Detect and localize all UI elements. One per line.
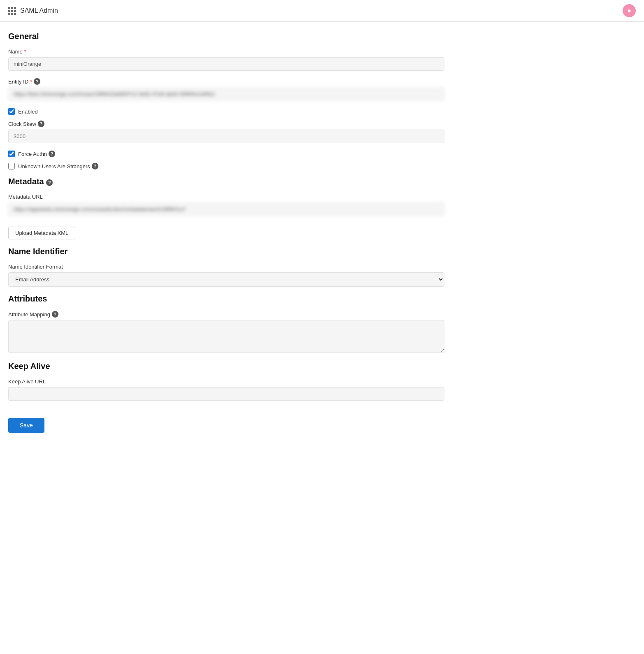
keep-alive-section-title: Keep Alive bbox=[8, 362, 444, 371]
clock-skew-help-icon[interactable]: ? bbox=[38, 121, 44, 127]
clock-skew-input[interactable] bbox=[8, 130, 444, 143]
main-content: General Name * Entity ID * ? Enabled bbox=[0, 22, 453, 443]
keep-alive-url-input[interactable] bbox=[8, 387, 444, 401]
attribute-mapping-group: Attribute Mapping ? bbox=[8, 311, 444, 354]
name-identifier-section: Name Identifier Name Identifier Format E… bbox=[8, 247, 444, 287]
clock-skew-label: Clock Skew ? bbox=[8, 121, 444, 127]
apps-grid-icon[interactable] bbox=[8, 7, 16, 15]
enabled-label[interactable]: Enabled bbox=[18, 109, 38, 115]
metadata-section: Metadata ? Metadata URL Upload Metadata … bbox=[8, 177, 444, 239]
name-field-group: Name * bbox=[8, 49, 444, 71]
name-identifier-format-label: Name Identifier Format bbox=[8, 264, 444, 270]
top-bar-left: SAML Admin bbox=[8, 7, 58, 15]
name-identifier-format-select[interactable]: Email Address Persistent Transient Unspe… bbox=[8, 272, 444, 287]
general-section: General Name * Entity ID * ? Enabled bbox=[8, 32, 444, 169]
attribute-mapping-label: Attribute Mapping ? bbox=[8, 311, 444, 318]
enabled-checkbox-group: Enabled bbox=[8, 108, 444, 115]
force-authn-checkbox-group: Force Authn ? bbox=[8, 151, 444, 157]
attributes-section-title: Attributes bbox=[8, 294, 444, 304]
metadata-section-title: Metadata ? bbox=[8, 177, 444, 186]
top-bar: SAML Admin ● bbox=[0, 0, 644, 22]
force-authn-label[interactable]: Force Authn ? bbox=[18, 151, 55, 157]
app-title: SAML Admin bbox=[20, 7, 58, 14]
force-authn-checkbox[interactable] bbox=[8, 151, 15, 157]
unknown-users-checkbox[interactable] bbox=[8, 163, 15, 169]
name-input[interactable] bbox=[8, 57, 444, 71]
save-button[interactable]: Save bbox=[8, 418, 44, 433]
force-authn-help-icon[interactable]: ? bbox=[49, 151, 55, 157]
name-identifier-format-group: Name Identifier Format Email Address Per… bbox=[8, 264, 444, 287]
entity-id-required-star: * bbox=[30, 79, 32, 85]
name-identifier-section-title: Name Identifier bbox=[8, 247, 444, 256]
attribute-mapping-textarea[interactable] bbox=[8, 320, 444, 353]
clock-skew-field-group: Clock Skew ? bbox=[8, 121, 444, 143]
entity-id-help-icon[interactable]: ? bbox=[34, 78, 40, 85]
metadata-url-field-group: Metadata URL bbox=[8, 194, 444, 216]
unknown-users-label[interactable]: Unknown Users Are Strangers ? bbox=[18, 163, 98, 169]
attribute-mapping-help-icon[interactable]: ? bbox=[52, 311, 58, 318]
keep-alive-url-group: Keep Alive URL bbox=[8, 378, 444, 401]
entity-id-field-group: Entity ID * ? bbox=[8, 78, 444, 101]
name-label: Name * bbox=[8, 49, 444, 55]
entity-id-label: Entity ID * ? bbox=[8, 78, 444, 85]
keep-alive-url-label: Keep Alive URL bbox=[8, 378, 444, 385]
attributes-section: Attributes Attribute Mapping ? bbox=[8, 294, 444, 354]
avatar[interactable]: ● bbox=[623, 4, 636, 17]
name-required-star: * bbox=[24, 49, 26, 55]
general-section-title: General bbox=[8, 32, 444, 41]
upload-metadata-button[interactable]: Upload Metadata XML bbox=[8, 227, 75, 239]
entity-id-input[interactable] bbox=[8, 87, 444, 101]
unknown-users-help-icon[interactable]: ? bbox=[92, 163, 98, 169]
metadata-url-input[interactable] bbox=[8, 202, 444, 216]
metadata-help-icon[interactable]: ? bbox=[46, 179, 53, 186]
keep-alive-section: Keep Alive Keep Alive URL bbox=[8, 362, 444, 401]
metadata-url-label: Metadata URL bbox=[8, 194, 444, 200]
unknown-users-checkbox-group: Unknown Users Are Strangers ? bbox=[8, 163, 444, 169]
enabled-checkbox[interactable] bbox=[8, 108, 15, 115]
